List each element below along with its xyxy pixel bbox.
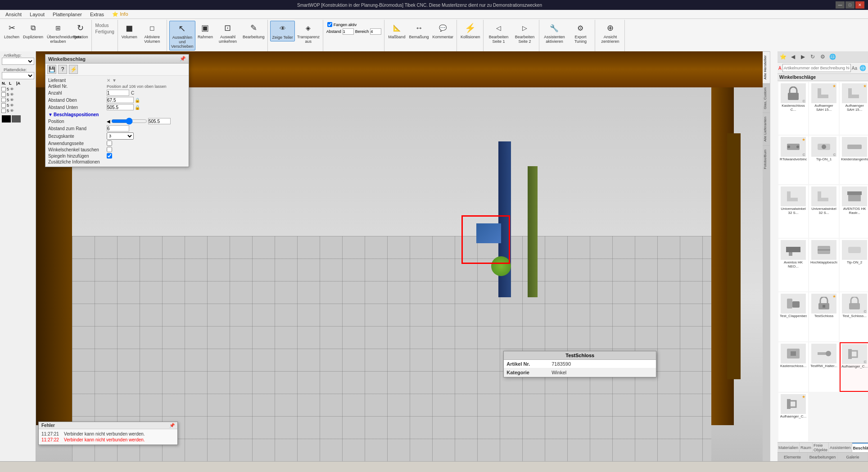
menu-plattenplaner[interactable]: Plattenplaner bbox=[49, 11, 86, 18]
product-item-11[interactable]: Tip-ON_2 bbox=[840, 239, 868, 291]
product-item-5[interactable]: Kleiderstangenhäng... bbox=[840, 136, 868, 184]
product-item-2[interactable]: ★Aufhaenger SAH 15... bbox=[840, 82, 868, 135]
abstand-rand-input[interactable] bbox=[107, 125, 129, 132]
bereich-input[interactable] bbox=[370, 28, 381, 35]
fangen-aktiv-check[interactable]: Fangen aktiv bbox=[326, 22, 382, 27]
sidebar-check-1[interactable] bbox=[1, 87, 6, 91]
kommentar-button[interactable]: 💬 Kommentar bbox=[431, 21, 455, 41]
fertigung-btn[interactable]: Fertigung bbox=[94, 29, 116, 35]
loeschen-button[interactable]: ✂ Löschen bbox=[3, 21, 21, 41]
artikeltyp-dropdown[interactable] bbox=[2, 58, 34, 65]
spt-glas-custom[interactable]: Glas, Custom bbox=[763, 83, 770, 113]
lieferant-x-btn[interactable]: ✕ bbox=[107, 78, 110, 83]
bearbeiten-s1-button[interactable]: ◁ Bearbeiten Seite 1 bbox=[486, 21, 511, 45]
anwendungsseite-check[interactable] bbox=[107, 141, 112, 146]
plattendicke-dropdown[interactable] bbox=[2, 72, 34, 79]
product-item-0[interactable]: CKastenschloss C... bbox=[778, 82, 808, 135]
duplizieren-button[interactable]: ⧉ Duplizieren bbox=[22, 21, 45, 41]
sidebar-row-4[interactable]: 5 👁 bbox=[0, 103, 36, 108]
sidebar-row-1[interactable]: 5 👁 bbox=[0, 86, 36, 92]
product-item-13[interactable]: ★TestSchloss bbox=[809, 292, 839, 341]
aktiviere-volumen-button[interactable]: ◻ Aktiviere Volumen bbox=[140, 21, 165, 45]
product-item-16[interactable]: TestRW_Halter... bbox=[809, 342, 839, 392]
close-button[interactable]: ✕ bbox=[855, 1, 864, 9]
winkel-save-btn[interactable]: 💾 bbox=[47, 65, 56, 74]
menu-ansicht[interactable]: Ansicht bbox=[2, 11, 25, 18]
sidebar-check-2[interactable] bbox=[1, 92, 6, 97]
sidebar-row-5[interactable]: 5 👁 bbox=[0, 108, 36, 113]
volumen-button[interactable]: ◼ Volumen bbox=[120, 21, 139, 41]
bemasssung-button[interactable]: ↔ Bemaßung bbox=[407, 21, 430, 41]
right-star-btn[interactable]: ⭐ bbox=[778, 52, 787, 61]
product-item-7[interactable]: Universalwinkel 32 S... bbox=[809, 185, 839, 238]
product-item-14[interactable]: CTest_Schloss... bbox=[840, 292, 868, 341]
spt-alle-hersteller[interactable]: Alle Hersteller bbox=[763, 51, 770, 83]
bottom-tab-3[interactable]: Assistenten bbox=[829, 443, 852, 452]
uberschneidungen-button[interactable]: ⊞ Überschneidungen erlauben bbox=[45, 21, 71, 45]
right-globe2-btn[interactable]: 🌐 bbox=[858, 64, 867, 73]
export-tuning-button[interactable]: ⚙ Export Tuning bbox=[568, 21, 593, 45]
product-item-17[interactable]: CAufhaenger_C... bbox=[840, 342, 868, 392]
spt-alle-lieferanten[interactable]: Alle Lieferanten bbox=[763, 113, 770, 145]
right-globe-btn[interactable]: 🌐 bbox=[828, 52, 837, 61]
bottom-tab-0[interactable]: Materialien bbox=[778, 443, 800, 452]
ansicht-zentrieren-button[interactable]: ⊕ Ansicht zentrieren bbox=[597, 21, 623, 45]
right-search-input[interactable] bbox=[782, 64, 851, 72]
sidebar-eye-4[interactable]: 👁 bbox=[10, 103, 14, 108]
maximize-button[interactable]: □ bbox=[845, 1, 854, 9]
kollisionen-button[interactable]: ⚡ Kollisionen bbox=[459, 21, 482, 41]
product-item-12[interactable]: Test_Clappenbeschl... bbox=[778, 292, 808, 341]
product-item-8[interactable]: AVENTOS HK Rastr... bbox=[840, 185, 868, 238]
rahmen-button[interactable]: ▣ Rahmen bbox=[196, 21, 214, 41]
btab-1[interactable]: Bearbeitungen bbox=[808, 453, 838, 461]
sidebar-row-3[interactable]: 5 👁 bbox=[0, 97, 36, 103]
fangen-aktiv-checkbox[interactable] bbox=[327, 22, 332, 27]
sidebar-eye-1[interactable]: 👁 bbox=[10, 87, 14, 91]
minimize-button[interactable]: — bbox=[836, 1, 845, 9]
bottom-tab-1[interactable]: Raum bbox=[800, 443, 813, 452]
sidebar-row-2[interactable]: 5 👁 bbox=[0, 92, 36, 97]
bottom-tab-4[interactable]: Beschläge bbox=[852, 443, 868, 452]
spiegel-check[interactable] bbox=[107, 153, 112, 159]
product-item-15[interactable]: Kastenschloss... bbox=[778, 342, 808, 392]
beschlagspositionen-header[interactable]: ▼ Beschlagspositionen bbox=[47, 111, 187, 118]
btab-2[interactable]: Galerie bbox=[838, 453, 868, 461]
abstand-oben-input[interactable] bbox=[107, 97, 134, 103]
product-item-4[interactable]: CTip-ON_1 bbox=[809, 136, 839, 184]
right-nav-left[interactable]: ◀ bbox=[788, 52, 797, 61]
product-item-10[interactable]: Hochklappbeschlag... bbox=[809, 239, 839, 291]
menu-extras[interactable]: Extras bbox=[86, 11, 108, 18]
sidebar-check-5[interactable] bbox=[1, 109, 6, 113]
bezugskante-select[interactable]: 3 1 2 4 bbox=[107, 132, 134, 140]
position-slider[interactable] bbox=[111, 118, 147, 124]
auswahl-umkehren-button[interactable]: ⊡ Auswahl umkehren bbox=[215, 21, 240, 45]
winkel-help-btn[interactable]: ? bbox=[58, 65, 67, 74]
rotation-button[interactable]: ↻ Rotation bbox=[72, 21, 90, 41]
position-input[interactable] bbox=[148, 118, 171, 124]
abstand-unten-input[interactable] bbox=[107, 104, 134, 110]
winkelschenkel-check[interactable] bbox=[107, 147, 112, 152]
right-aa-btn[interactable]: Aa bbox=[852, 66, 857, 71]
menu-info[interactable]: ⭐ Info bbox=[108, 10, 131, 18]
transparenz-button[interactable]: ◈ Transparenz aus bbox=[296, 21, 321, 45]
lieferant-dropdown-arrow[interactable]: ▼ bbox=[112, 78, 117, 83]
spt-fotobo[interactable]: Fotobo/Bum bbox=[763, 145, 770, 173]
abstand-input[interactable] bbox=[343, 28, 354, 35]
slider-left-arrow[interactable]: ◀ bbox=[107, 119, 110, 124]
zeige-teile-button[interactable]: 👁 Zeige Teiler bbox=[270, 21, 294, 41]
right-refresh-btn[interactable]: ↻ bbox=[808, 52, 817, 61]
product-item-18[interactable]: ★Aufhaenger_C... bbox=[778, 393, 808, 441]
sidebar-check-4[interactable] bbox=[1, 103, 6, 108]
anzahl-input[interactable] bbox=[107, 90, 129, 96]
product-item-3[interactable]: ★CRTolwandverbinder... bbox=[778, 136, 808, 184]
winkel-refresh-btn[interactable]: ⚡ bbox=[69, 65, 78, 74]
product-item-1[interactable]: ★Aufhaenger SAH 15... bbox=[809, 82, 839, 135]
menu-layout[interactable]: Layout bbox=[26, 11, 48, 18]
sidebar-eye-2[interactable]: 👁 bbox=[10, 92, 14, 97]
product-item-9[interactable]: Aventos HK NEO... bbox=[778, 239, 808, 291]
sidebar-check-3[interactable] bbox=[1, 98, 6, 102]
btab-0[interactable]: Elemente bbox=[778, 453, 808, 461]
bearbeiten-s2-button[interactable]: ▷ Bearbeiten Seite 2 bbox=[512, 21, 537, 45]
assistenten-button[interactable]: 🔧 Assistenten aktivieren bbox=[542, 21, 567, 45]
right-settings-btn[interactable]: ⚙ bbox=[818, 52, 827, 61]
